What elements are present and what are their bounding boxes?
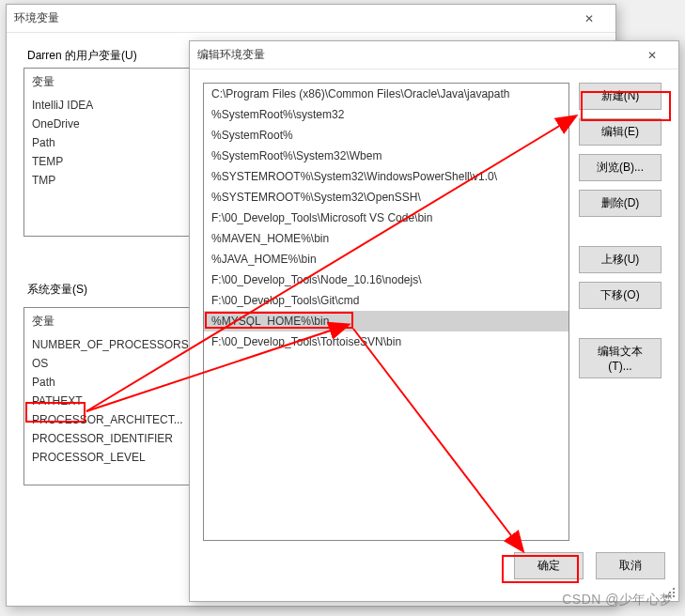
- cancel-button[interactable]: 取消: [596, 552, 665, 579]
- path-entry[interactable]: F:\00_Develop_Tools\Microsoft VS Code\bi…: [204, 208, 568, 228]
- path-entry[interactable]: %SystemRoot%\System32\Wbem: [204, 146, 568, 166]
- path-entries-list[interactable]: C:\Program Files (x86)\Common Files\Orac…: [203, 83, 569, 541]
- move-down-button[interactable]: 下移(O): [579, 282, 662, 309]
- path-entry[interactable]: %SYSTEMROOT%\System32\OpenSSH\: [204, 187, 568, 208]
- close-icon[interactable]: ✕: [633, 42, 671, 69]
- path-entry[interactable]: F:\00_Develop_Tools\Node_10.16\nodejs\: [204, 270, 568, 290]
- side-buttons: 新建(N) 编辑(E) 浏览(B)... 删除(D) 上移(U) 下移(O) 编…: [579, 83, 665, 541]
- path-entry[interactable]: %JAVA_HOME%\bin: [204, 249, 568, 270]
- titlebar: 编辑环境变量 ✕: [190, 41, 678, 69]
- titlebar: 环境变量 ✕: [7, 5, 615, 33]
- dialog-title: 编辑环境变量: [197, 47, 633, 63]
- edit-env-variable-dialog: 编辑环境变量 ✕ C:\Program Files (x86)\Common F…: [189, 40, 679, 602]
- ok-button[interactable]: 确定: [514, 552, 584, 579]
- browse-button[interactable]: 浏览(B)...: [579, 154, 662, 181]
- watermark: CSDN @少年心梦: [562, 592, 674, 608]
- path-entry[interactable]: %SystemRoot%\system32: [204, 104, 568, 125]
- path-entry[interactable]: %MAVEN_HOME%\bin: [204, 228, 568, 249]
- move-up-button[interactable]: 上移(U): [579, 246, 662, 273]
- path-entry[interactable]: %SystemRoot%: [204, 125, 568, 146]
- edit-button[interactable]: 编辑(E): [579, 118, 662, 146]
- path-entry[interactable]: %SYSTEMROOT%\System32\WindowsPowerShell\…: [204, 166, 568, 187]
- path-entry[interactable]: F:\00_Develop_Tools\Git\cmd: [204, 290, 568, 311]
- dialog-title: 环境变量: [14, 10, 570, 26]
- edit-text-button[interactable]: 编辑文本(T)...: [579, 338, 662, 378]
- close-icon[interactable]: ✕: [570, 6, 608, 32]
- path-entry[interactable]: %MYSQL_HOME%\bin: [204, 311, 568, 331]
- delete-button[interactable]: 删除(D): [579, 190, 662, 217]
- path-entry[interactable]: C:\Program Files (x86)\Common Files\Orac…: [204, 84, 568, 104]
- new-button[interactable]: 新建(N): [579, 83, 662, 110]
- path-entry[interactable]: F:\00_Develop_Tools\TortoiseSVN\bin: [204, 331, 568, 352]
